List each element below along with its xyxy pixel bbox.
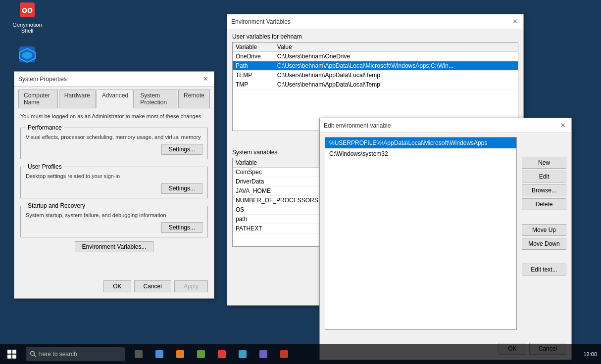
svg-rect-18 bbox=[280, 350, 288, 358]
svg-rect-13 bbox=[176, 350, 184, 358]
tab-advanced[interactable]: Advanced bbox=[97, 90, 134, 108]
edit-env-edit-text-btn[interactable]: Edit text... bbox=[522, 264, 566, 275]
svg-line-10 bbox=[34, 355, 36, 357]
taskbar-icon-5[interactable] bbox=[212, 344, 232, 364]
sys-props-content: You must be logged on as an Administrato… bbox=[14, 108, 214, 262]
edit-env-move-up-btn[interactable]: Move Up bbox=[522, 224, 566, 236]
performance-label: Performance bbox=[26, 124, 64, 131]
taskbar-icon-2[interactable] bbox=[150, 344, 169, 364]
val-cell: C:\Users\behnam\OneDrive bbox=[274, 52, 518, 61]
edit-env-title: Edit environment variable bbox=[324, 122, 391, 129]
list-item[interactable]: C:\Windows\system32 bbox=[325, 148, 516, 159]
taskbar-search[interactable]: here to search bbox=[26, 347, 125, 361]
svg-rect-12 bbox=[155, 350, 163, 358]
taskbar-tray: 12:00 bbox=[583, 351, 601, 357]
edit-env-body: %USERPROFILE%\AppData\Local\Microsoft\Wi… bbox=[320, 137, 571, 360]
edit-env-move-down-btn[interactable]: Move Down bbox=[522, 238, 566, 250]
var-cell: Path bbox=[233, 61, 274, 71]
edit-env-edit-btn[interactable]: Edit bbox=[522, 171, 566, 182]
svg-point-9 bbox=[31, 352, 35, 356]
admin-notice: You must be logged on as an Administrato… bbox=[20, 113, 208, 119]
val-cell: C:\Users\behnam\AppData\Local\Temp bbox=[274, 71, 518, 80]
sys-props-ok-btn[interactable]: OK bbox=[103, 280, 131, 292]
user-profiles-desc: Desktop settings related to your sign-in bbox=[26, 173, 202, 179]
edit-env-titlebar: Edit environment variable ✕ bbox=[320, 118, 571, 133]
svg-rect-6 bbox=[12, 350, 16, 354]
genymotion-icon[interactable]: oo GenymotionShell bbox=[10, 0, 45, 34]
performance-desc: Visual effects, processor scheduling, me… bbox=[26, 134, 202, 140]
edit-env-new-btn[interactable]: New bbox=[522, 157, 566, 169]
svg-rect-7 bbox=[7, 355, 11, 359]
env-vars-btn-row: Environment Variables... bbox=[20, 241, 208, 252]
svg-rect-8 bbox=[12, 355, 16, 359]
sys-props-buttons: OK Cancel Apply bbox=[103, 280, 208, 292]
svg-rect-14 bbox=[197, 350, 205, 358]
taskbar-icon-4[interactable] bbox=[191, 344, 211, 364]
start-button[interactable] bbox=[0, 344, 24, 364]
environment-variables-btn[interactable]: Environment Variables... bbox=[75, 241, 154, 252]
edit-env-browse-btn[interactable]: Browse... bbox=[522, 184, 566, 196]
var-cell: TEMP bbox=[233, 71, 274, 80]
user-col-value: Value bbox=[274, 43, 518, 52]
table-row[interactable]: TMPC:\Users\behnam\AppData\Local\Temp bbox=[233, 80, 518, 90]
tab-hardware[interactable]: Hardware bbox=[59, 90, 96, 108]
startup-recovery-label: Startup and Recovery bbox=[26, 202, 87, 209]
sys-props-close[interactable]: ✕ bbox=[201, 75, 210, 84]
taskbar-icon-3[interactable] bbox=[170, 344, 190, 364]
tray-time: 12:00 bbox=[583, 351, 597, 357]
tab-computer-name[interactable]: Computer Name bbox=[18, 90, 58, 108]
edit-env-var-dialog: Edit environment variable ✕ %USERPROFILE… bbox=[319, 118, 572, 360]
user-profiles-settings-btn[interactable]: Settings... bbox=[161, 183, 202, 194]
sys-props-cancel-btn[interactable]: Cancel bbox=[134, 280, 171, 292]
var-cell: TMP bbox=[233, 80, 274, 90]
env-vars-title: Environment Variables bbox=[231, 18, 291, 25]
system-properties-window: System Properties ✕ Computer Name Hardwa… bbox=[14, 71, 214, 299]
sys-props-apply-btn[interactable]: Apply bbox=[174, 280, 208, 292]
taskbar-running-apps bbox=[129, 344, 294, 364]
edit-env-list: %USERPROFILE%\AppData\Local\Microsoft\Wi… bbox=[325, 137, 517, 330]
svg-rect-15 bbox=[218, 350, 226, 358]
edit-env-action-buttons: New Edit Browse... Delete Move Up Move D… bbox=[522, 157, 566, 275]
performance-group: Performance Visual effects, processor sc… bbox=[20, 124, 208, 159]
var-cell: OneDrive bbox=[233, 52, 274, 61]
user-profiles-group: User Profiles Desktop settings related t… bbox=[20, 163, 208, 198]
table-row[interactable]: TEMPC:\Users\behnam\AppData\Local\Temp bbox=[233, 71, 518, 80]
startup-recovery-settings-btn[interactable]: Settings... bbox=[161, 222, 202, 233]
search-placeholder: here to search bbox=[39, 351, 77, 358]
user-col-variable: Variable bbox=[233, 43, 274, 52]
sys-props-tabbar: Computer Name Hardware Advanced System P… bbox=[14, 87, 214, 108]
svg-rect-11 bbox=[135, 350, 143, 358]
taskbar-icon-6[interactable] bbox=[233, 344, 252, 364]
env-vars-close[interactable]: ✕ bbox=[510, 17, 519, 26]
vbox-icon[interactable] bbox=[10, 45, 45, 66]
env-vars-titlebar: Environment Variables ✕ bbox=[227, 14, 523, 29]
startup-recovery-desc: System startup, system failure, and debu… bbox=[26, 212, 202, 218]
list-item[interactable]: %USERPROFILE%\AppData\Local\Microsoft\Wi… bbox=[325, 137, 516, 148]
sys-props-title: System Properties bbox=[18, 76, 67, 83]
val-cell: C:\Users\behnam\AppData\Local\Temp bbox=[274, 80, 518, 90]
user-vars-table: Variable Value OneDriveC:\Users\behnam\O… bbox=[233, 43, 518, 90]
svg-rect-16 bbox=[239, 350, 247, 358]
taskbar: here to search 12:00 bbox=[0, 344, 601, 364]
table-row[interactable]: OneDriveC:\Users\behnam\OneDrive bbox=[233, 52, 518, 61]
svg-rect-17 bbox=[259, 350, 267, 358]
edit-env-delete-btn[interactable]: Delete bbox=[522, 198, 566, 210]
tab-remote[interactable]: Remote bbox=[178, 90, 210, 108]
val-cell: C:\Users\behnam\AppData\Local\Microsoft\… bbox=[274, 61, 518, 71]
genymotion-icon-graphic: oo bbox=[17, 0, 37, 20]
svg-text:oo: oo bbox=[22, 5, 33, 15]
user-vars-title: User variables for behnam bbox=[232, 33, 518, 40]
vbox-icon-graphic bbox=[17, 45, 37, 64]
svg-rect-5 bbox=[7, 350, 11, 354]
startup-recovery-group: Startup and Recovery System startup, sys… bbox=[20, 202, 208, 237]
performance-settings-btn[interactable]: Settings... bbox=[161, 144, 202, 155]
taskbar-icon-8[interactable] bbox=[274, 344, 294, 364]
table-row[interactable]: PathC:\Users\behnam\AppData\Local\Micros… bbox=[233, 61, 518, 71]
edit-env-close[interactable]: ✕ bbox=[558, 121, 567, 130]
user-profiles-label: User Profiles bbox=[26, 163, 64, 170]
taskbar-icon-7[interactable] bbox=[253, 344, 273, 364]
genymotion-label: GenymotionShell bbox=[12, 22, 42, 34]
taskbar-icon-1[interactable] bbox=[129, 344, 149, 364]
tab-system-protection[interactable]: System Protection bbox=[135, 90, 177, 108]
sys-props-titlebar: System Properties ✕ bbox=[14, 72, 214, 87]
